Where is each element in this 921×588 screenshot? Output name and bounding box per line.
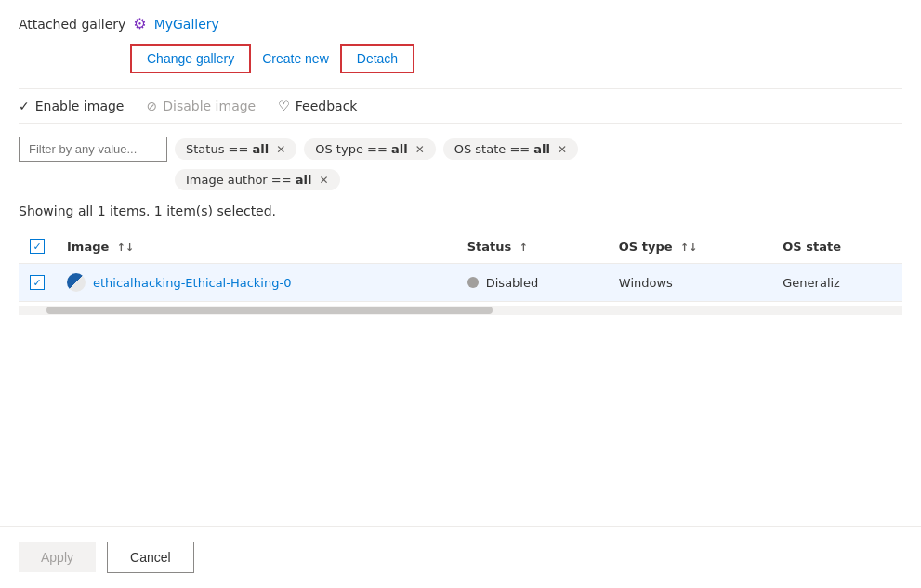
status-dot-icon (467, 277, 479, 288)
disable-image-label: Disable image (163, 98, 256, 113)
filter-chip-os-state: OS state == all ✕ (443, 138, 578, 160)
items-count: Showing all 1 items. 1 item(s) selected. (19, 203, 902, 218)
row-checkbox-cell (19, 264, 56, 302)
filter-line-1: Status == all ✕ OS type == all ✕ OS stat… (19, 137, 902, 162)
filter-os-state-label: OS state == all (454, 142, 550, 156)
gallery-gear-icon: ⚙ (133, 15, 146, 33)
col-os-state-label: OS state (783, 240, 841, 254)
enable-image-label: Enable image (35, 98, 125, 113)
table-container: Image ↑↓ Status ↑ OS type ↑↓ OS state (19, 229, 902, 319)
filter-image-author-close[interactable]: ✕ (319, 175, 328, 186)
col-os-type-sort-icon[interactable]: ↑↓ (680, 242, 697, 254)
action-buttons-row: Change gallery Create new Detach (130, 44, 902, 73)
header-section: Attached gallery ⚙ MyGallery (19, 15, 902, 33)
cancel-button[interactable]: Cancel (107, 542, 194, 573)
row-status-cell: Disabled (456, 264, 608, 302)
bottom-action-bar: Apply Cancel (0, 526, 921, 588)
feedback-label: Feedback (296, 98, 358, 113)
filter-chip-status: Status == all ✕ (175, 138, 296, 160)
disable-image-toolbar-item[interactable]: ⊘ Disable image (146, 98, 256, 113)
os-type-value: Windows (619, 276, 673, 290)
enable-image-toolbar-item[interactable]: ✓ Enable image (19, 98, 124, 113)
row-os-state-cell: Generaliz (771, 264, 902, 302)
horizontal-scrollbar[interactable] (19, 306, 902, 315)
os-state-value: Generaliz (783, 276, 840, 290)
col-image-sort-icon[interactable]: ↑↓ (117, 242, 134, 254)
col-status-label: Status (467, 240, 512, 254)
col-os-state: OS state (771, 229, 902, 264)
apply-button[interactable]: Apply (19, 542, 96, 572)
status-value: Disabled (486, 276, 538, 290)
disable-icon: ⊘ (146, 98, 157, 113)
header-checkbox-cell (19, 229, 56, 264)
image-thumbnail-icon (67, 273, 86, 292)
filter-os-type-label: OS type == all (315, 142, 407, 156)
checkmark-icon: ✓ (19, 98, 30, 113)
table-row: ethicalhacking-Ethical-Hacking-0 Disable… (19, 264, 902, 302)
gallery-name-link[interactable]: MyGallery (154, 17, 219, 32)
col-image: Image ↑↓ (56, 229, 456, 264)
filter-chip-image-author: Image author == all ✕ (175, 169, 340, 190)
image-name: ethicalhacking-Ethical-Hacking-0 (93, 276, 291, 290)
scrollbar-thumb[interactable] (46, 307, 493, 314)
col-status-sort-icon[interactable]: ↑ (520, 242, 528, 254)
col-status: Status ↑ (456, 229, 608, 264)
col-image-label: Image (67, 240, 109, 254)
table-header-row: Image ↑↓ Status ↑ OS type ↑↓ OS state (19, 229, 902, 264)
filter-section: Status == all ✕ OS type == all ✕ OS stat… (19, 137, 902, 190)
filter-os-state-close[interactable]: ✕ (558, 144, 567, 155)
filter-line-2: Image author == all ✕ (175, 169, 902, 190)
filter-chip-os-type: OS type == all ✕ (304, 138, 435, 160)
status-cell: Disabled (467, 276, 597, 290)
heart-icon: ♡ (278, 98, 290, 113)
detach-button[interactable]: Detach (340, 44, 414, 73)
filter-image-author-label: Image author == all (186, 173, 311, 187)
attached-gallery-label: Attached gallery (19, 17, 125, 32)
filter-status-label: Status == all (186, 142, 269, 156)
create-new-button[interactable]: Create new (262, 51, 329, 66)
header-checkbox[interactable] (30, 239, 45, 254)
col-os-type: OS type ↑↓ (608, 229, 771, 264)
filter-os-type-close[interactable]: ✕ (415, 144, 425, 155)
filter-input[interactable] (19, 137, 167, 162)
row-checkbox[interactable] (30, 275, 45, 290)
row-image-cell: ethicalhacking-Ethical-Hacking-0 (56, 264, 456, 302)
feedback-toolbar-item[interactable]: ♡ Feedback (278, 98, 357, 113)
image-name-link[interactable]: ethicalhacking-Ethical-Hacking-0 (67, 273, 445, 292)
change-gallery-button[interactable]: Change gallery (130, 44, 251, 73)
col-os-type-label: OS type (619, 240, 673, 254)
images-table: Image ↑↓ Status ↑ OS type ↑↓ OS state (19, 229, 902, 302)
toolbar-row: ✓ Enable image ⊘ Disable image ♡ Feedbac… (19, 88, 902, 124)
filter-status-close[interactable]: ✕ (276, 144, 285, 155)
row-os-type-cell: Windows (608, 264, 771, 302)
